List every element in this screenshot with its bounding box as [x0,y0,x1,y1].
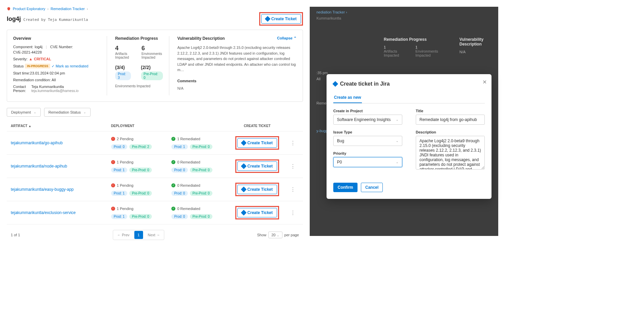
priority-label: Priority [333,151,402,155]
remediated-label: 0 Remediated [177,183,200,187]
collapse-link[interactable]: Collapse ⌃ [277,36,297,40]
breadcrumb: Product Exploratory › Remediation Tracke… [7,7,303,11]
prod-tag: Prod: 3 [115,71,131,80]
project-select[interactable]: Software Engineering Insights ⌄ [333,115,402,125]
triangle-icon: ▲ [29,57,33,61]
status-dot-green-icon: ✓ [171,207,175,211]
diamond-icon [265,16,270,22]
diamond-icon [333,81,338,87]
chevron-up-icon: ⌃ [294,36,297,40]
artifact-link[interactable]: tejakummarikuntla/node-apihub [11,164,67,169]
artifact-link[interactable]: tejakummarikuntla/go-apihub [11,141,63,145]
vuln-description: Apache Log4j2 2.0-beta9 through 2.15.0 (… [177,45,297,73]
highlight-create-ticket-row: Create Ticket [235,183,279,196]
create-ticket-row-button[interactable]: Create Ticket [237,185,277,194]
vuln-heading: Vulnerability Description Collapse ⌃ [177,36,297,41]
col-artifact-header[interactable]: ARTIFACT ▲ [11,124,111,128]
remediation-status-filter[interactable]: Remediation Status ⌄ [44,108,91,117]
status-dot-red-icon: ! [111,183,115,187]
page-title: log4j [7,16,21,22]
issue-type-label: Issue Type [333,130,402,134]
row-menu-icon[interactable]: ⋮ [290,187,295,192]
sort-icon: ▲ [28,124,31,128]
remediated-label: 1 Remediated [177,137,200,141]
per-page-select[interactable]: 20 ⌄ [268,232,282,238]
chevron-down-icon: ⌄ [83,111,86,114]
status-badge: IN-PROGRESS [25,64,50,68]
table-row: tejakummarikuntla/exclusion-service !1 P… [7,201,303,224]
shield-icon [7,7,11,11]
highlight-create-ticket-row: Create Ticket [235,206,279,219]
confirm-button[interactable]: Confirm [333,183,358,192]
priority-select[interactable]: P0 ⌄ [333,157,402,167]
deployment-filter[interactable]: Deployment ⌄ [7,108,41,117]
status-dot-green-icon: ✓ [171,183,175,187]
status-dot-red-icon: ! [111,137,115,141]
pending-label: 1 Pending [117,207,134,211]
envs-impacted-count: 6 [141,45,163,52]
chevron-down-icon: ⌄ [277,234,279,237]
desc-label: Description [416,130,485,134]
breadcrumb-home[interactable]: Product Exploratory [13,7,45,11]
row-menu-icon[interactable]: ⋮ [290,140,295,146]
diamond-icon [241,140,246,146]
create-ticket-modal: ✕ Create ticket in Jira Create as new Cr… [327,74,492,199]
row-menu-icon[interactable]: ⋮ [290,163,295,169]
issue-type-select[interactable]: Bug ⌄ [333,136,402,146]
close-icon[interactable]: ✕ [482,79,487,85]
chevron-down-icon: ⌄ [396,160,399,164]
table-row: tejakummarikuntla/easy-buggy-app !1 Pend… [7,178,303,201]
highlight-create-ticket: Create Ticket [259,12,303,26]
breadcrumb-section[interactable]: Remediation Tracker [50,7,85,11]
artifact-link[interactable]: tejakummarikuntla/easy-buggy-app [11,187,74,192]
highlight-create-ticket-row: Create Ticket [235,159,279,173]
diamond-icon [241,187,246,192]
col-deploy-header: DEPLOYMENT [111,124,228,128]
mark-remediated-link[interactable]: ✓ Mark as remediated [52,64,88,68]
artifact-link[interactable]: tejakummarikuntla/exclusion-service [11,210,76,215]
page-1-button[interactable]: 1 [134,231,143,239]
remediated-label: 0 Remediated [177,207,200,211]
status-dot-red-icon: ! [111,160,115,164]
table-row: tejakummarikuntla/go-apihub !2 Pending P… [7,131,303,154]
desc-textarea[interactable] [416,136,485,170]
title-input[interactable] [416,115,485,125]
cancel-button[interactable]: Cancel [361,183,383,192]
create-ticket-row-button[interactable]: Create Ticket [237,161,277,171]
highlight-create-ticket-row: Create Ticket [235,136,279,150]
pagination-info: 1 of 1 [11,233,20,237]
pending-label: 2 Pending [117,137,134,141]
create-ticket-row-button[interactable]: Create Ticket [237,138,277,148]
comments-heading: Comments [177,79,297,83]
row-menu-icon[interactable]: ⋮ [290,210,295,216]
diamond-icon [241,210,246,216]
pending-label: 1 Pending [117,183,134,187]
pending-label: 1 Pending [117,160,134,164]
tab-create-as-new[interactable]: Create as new [333,92,362,103]
created-by: Created by Teja Kummarikuntla [23,18,88,22]
next-button[interactable]: Next → [144,231,164,239]
comments-na: N/A [177,86,297,90]
status-dot-green-icon: ✓ [171,160,175,164]
remediation-condition: Remediation condition: All [13,78,101,82]
create-ticket-row-button[interactable]: Create Ticket [237,208,277,217]
status-dot-green-icon: ✓ [171,137,175,141]
remediated-label: 0 Remediated [177,160,200,164]
check-icon: ✓ [52,64,55,68]
severity-value: CRITICAL [34,57,51,61]
title-label: Title [416,109,485,113]
create-ticket-header-button[interactable]: Create Ticket [261,14,301,24]
overview-heading: Overview [13,36,101,41]
artifacts-impacted-count: 4 [115,45,131,52]
modal-title: Create ticket in Jira [340,81,390,87]
start-time: Start time:23.01.2024 02:04 pm [13,71,101,75]
diamond-icon [241,163,246,169]
table-row: tejakummarikuntla/node-apihub !1 Pending… [7,154,303,178]
progress-heading: Remediation Progress [115,36,163,41]
chevron-down-icon: ⌄ [396,118,399,121]
status-dot-red-icon: ! [111,207,115,211]
chevron-down-icon: ⌄ [34,111,36,114]
chevron-down-icon: ⌄ [396,139,399,143]
project-label: Create in Project [333,109,402,113]
prev-button[interactable]: ← Prev [114,231,133,239]
